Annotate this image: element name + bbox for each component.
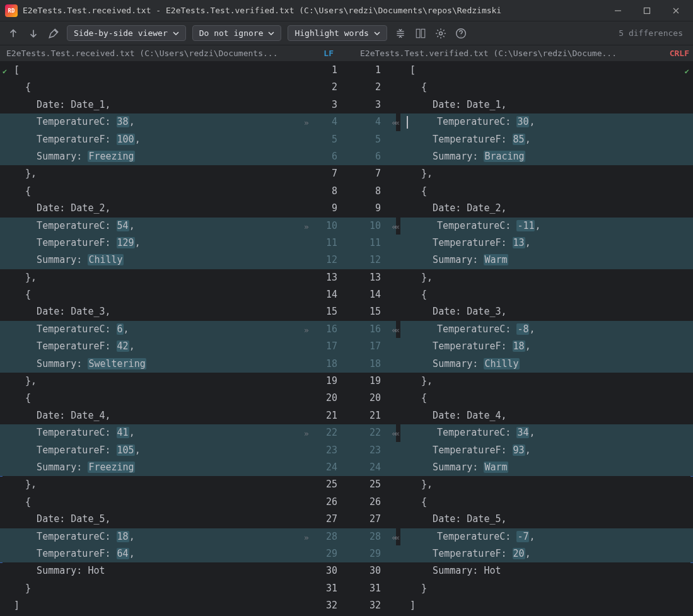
window-title: E2eTests.Test.received.txt - E2eTests.Te… (23, 6, 603, 15)
code-line[interactable]: TemperatureF: 105, (0, 442, 301, 459)
code-line[interactable]: [ (396, 62, 693, 79)
code-line[interactable]: { (0, 390, 301, 407)
code-line[interactable]: { (0, 183, 301, 200)
code-line[interactable]: « TemperatureC: -7, (396, 528, 693, 545)
code-line[interactable]: Summary: Chilly (396, 356, 693, 373)
maximize-button[interactable] (632, 0, 661, 21)
app-icon: RD (5, 4, 18, 17)
code-line[interactable]: Date: Date_2, (396, 200, 693, 217)
chevron-down-icon (268, 30, 274, 37)
code-line[interactable]: Date: Date_3, (396, 303, 693, 320)
code-line[interactable]: { (0, 494, 301, 511)
code-line[interactable]: TemperatureF: 13, (396, 235, 693, 252)
code-line[interactable]: Summary: Hot (396, 562, 693, 579)
diff-count: 5 differences (619, 28, 683, 38)
close-button[interactable] (661, 0, 690, 21)
code-line[interactable]: TemperatureC: 18, (0, 528, 301, 545)
ignore-mode-label: Do not ignore (199, 28, 264, 38)
code-line[interactable]: TemperatureC: 6, (0, 321, 301, 338)
apply-right-icon[interactable]: » (304, 529, 307, 546)
code-line[interactable]: }, (396, 373, 693, 390)
settings-icon[interactable] (434, 26, 448, 40)
apply-left-icon[interactable]: « (395, 322, 398, 339)
code-line[interactable]: Date: Date_4, (396, 407, 693, 424)
code-line[interactable]: { (0, 79, 301, 96)
viewer-mode-dropdown[interactable]: Side-by-side viewer (67, 25, 186, 41)
code-line[interactable]: } (396, 580, 693, 597)
code-line[interactable]: TemperatureF: 85, (396, 131, 693, 148)
code-line[interactable]: Summary: Sweltering (0, 356, 301, 373)
code-line[interactable]: TemperatureF: 93, (396, 442, 693, 459)
apply-right-icon[interactable]: » (304, 322, 307, 339)
code-line[interactable]: TemperatureC: 38, (0, 113, 301, 131)
code-line[interactable]: Date: Date_3, (0, 303, 301, 320)
chevron-down-icon (374, 30, 380, 37)
code-line[interactable]: Summary: Hot (0, 562, 301, 579)
collapse-unchanged-icon[interactable] (393, 26, 407, 40)
code-line[interactable]: }, (0, 476, 301, 493)
prev-diff-button[interactable] (6, 26, 20, 40)
code-line[interactable]: TemperatureF: 18, (396, 338, 693, 355)
code-line[interactable]: Date: Date_4, (0, 407, 301, 424)
apply-right-icon[interactable]: » (304, 218, 307, 235)
code-line[interactable]: }, (0, 165, 301, 182)
apply-left-icon[interactable]: « (395, 529, 398, 546)
code-line[interactable]: Summary: Warm (396, 252, 693, 269)
code-line[interactable]: { (396, 494, 693, 511)
code-line[interactable]: }, (0, 269, 301, 286)
code-line[interactable]: [ (0, 62, 301, 79)
code-line[interactable]: Date: Date_2, (0, 200, 301, 217)
code-line[interactable]: TemperatureF: 20, (396, 545, 693, 562)
code-line[interactable]: Summary: Chilly (0, 252, 301, 269)
code-line[interactable]: « TemperatureC: -8, (396, 321, 693, 338)
code-line[interactable]: }, (0, 373, 301, 390)
file-headers: E2eTests.Test.received.txt (C:\Users\red… (0, 45, 693, 62)
code-line[interactable]: TemperatureC: 41, (0, 424, 301, 441)
apply-right-icon[interactable]: » (304, 114, 307, 131)
code-line[interactable]: Date: Date_5, (396, 511, 693, 528)
svg-rect-1 (416, 29, 420, 38)
code-line[interactable]: { (396, 286, 693, 303)
code-line[interactable]: ] (396, 597, 693, 614)
apply-left-icon[interactable]: « (395, 114, 398, 131)
code-line[interactable]: TemperatureC: 54, (0, 218, 301, 235)
code-line[interactable]: { (396, 183, 693, 200)
code-line[interactable]: { (396, 390, 693, 407)
code-line[interactable]: Summary: Bracing (396, 148, 693, 165)
code-line[interactable]: « TemperatureC: 34, (396, 424, 693, 441)
help-icon[interactable] (454, 26, 468, 40)
gutter: 1122334»4«556677889910»10«11111212131314… (301, 62, 396, 616)
diff-editor[interactable]: ✔ ✔ [ { Date: Date_1, TemperatureC: 38, … (0, 62, 693, 616)
code-line[interactable]: { (0, 286, 301, 303)
apply-right-icon[interactable]: » (304, 425, 307, 442)
right-pane[interactable]: [ { Date: Date_1,« TemperatureC: 30, Tem… (396, 62, 693, 616)
code-line[interactable]: TemperatureF: 129, (0, 235, 301, 252)
edit-icon[interactable] (47, 26, 61, 40)
code-line[interactable]: { (396, 79, 693, 96)
code-line[interactable]: TemperatureF: 64, (0, 545, 301, 562)
apply-left-icon[interactable]: « (395, 218, 398, 235)
code-line[interactable]: } (0, 580, 301, 597)
code-line[interactable]: « TemperatureC: -11, (396, 218, 693, 235)
code-line[interactable]: ] (0, 597, 301, 614)
sync-scroll-icon[interactable] (414, 26, 428, 40)
next-diff-button[interactable] (26, 26, 40, 40)
highlight-mode-dropdown[interactable]: Highlight words (288, 25, 387, 41)
code-line[interactable]: Summary: Warm (396, 459, 693, 476)
code-line[interactable]: TemperatureF: 100, (0, 131, 301, 148)
code-line[interactable]: Date: Date_1, (396, 96, 693, 113)
apply-left-icon[interactable]: « (395, 425, 398, 442)
minimize-button[interactable] (603, 0, 632, 21)
code-line[interactable]: « TemperatureC: 30, (396, 113, 693, 131)
code-line[interactable]: Summary: Freezing (0, 148, 301, 165)
code-line[interactable]: Date: Date_1, (0, 96, 301, 113)
right-file-name: E2eTests.Test.verified.txt (C:\Users\red… (360, 49, 666, 58)
code-line[interactable]: Summary: Freezing (0, 459, 301, 476)
code-line[interactable]: Date: Date_5, (0, 511, 301, 528)
code-line[interactable]: }, (396, 269, 693, 286)
left-pane[interactable]: [ { Date: Date_1, TemperatureC: 38, Temp… (0, 62, 301, 616)
code-line[interactable]: TemperatureF: 42, (0, 338, 301, 355)
code-line[interactable]: }, (396, 476, 693, 493)
ignore-mode-dropdown[interactable]: Do not ignore (192, 25, 282, 41)
code-line[interactable]: }, (396, 165, 693, 182)
